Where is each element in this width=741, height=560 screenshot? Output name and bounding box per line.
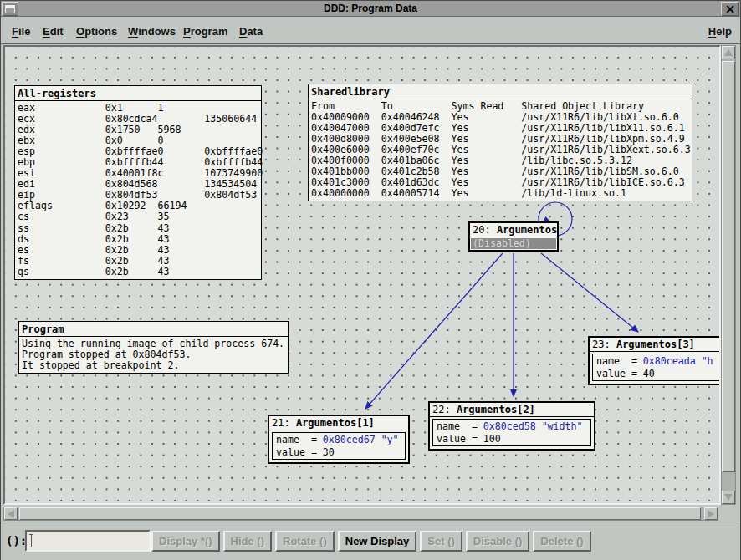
registers-box[interactable]: All-registers eax 0x1 1 ecx 0x80cdca4 13… [14, 85, 262, 280]
display-node-20-title: 20: Argumentos [470, 223, 557, 237]
menu-windows[interactable]: Windows [128, 25, 176, 38]
display-node-21[interactable]: 21: Argumentos[1] name = 0x80ced67 "y" v… [268, 415, 410, 464]
display-node-22-title: 22: Argumentos[2] [430, 403, 594, 417]
set-button[interactable]: Set () [420, 531, 462, 552]
scroll-left-button[interactable] [4, 507, 18, 520]
scroll-left-icon [8, 510, 14, 518]
display-node-20[interactable]: 20: Argumentos (Disabled) [468, 221, 559, 252]
toolbar-buttons: Display *() Hide () Rotate () New Displa… [151, 531, 591, 552]
horizontal-scrollbar[interactable] [3, 507, 718, 521]
menu-file[interactable]: File [12, 25, 30, 38]
sharedlibrary-box[interactable]: Sharedlibrary From To Syms Read Shared O… [308, 84, 692, 201]
menu-edit[interactable]: Edit [43, 25, 64, 38]
vertical-scrollbar-thumb[interactable] [722, 61, 735, 472]
display-button[interactable]: Display *() [151, 531, 220, 552]
menubar: File Edit Options Windows Program Data H… [1, 18, 740, 44]
program-status-text: Using the running image of child process… [19, 337, 288, 373]
field-value[interactable]: value = 40 [596, 368, 719, 380]
menu-data[interactable]: Data [239, 25, 263, 38]
display-node-21-title: 21: Argumentos[1] [269, 416, 408, 430]
ddd-window: DDD: Program Data ✕ File Edit Options Wi… [0, 0, 741, 560]
scroll-up-button[interactable] [722, 46, 735, 59]
disable-button[interactable]: Disable () [466, 531, 530, 552]
display-node-23-title: 23: Argumentos[3] [590, 338, 719, 352]
scroll-up-icon [724, 49, 733, 56]
display-node-22-values: name = 0x80ced58 "width" value = 100 [432, 419, 591, 446]
canvas-frame: All-registers eax 0x1 1 ecx 0x80cdca4 13… [3, 45, 721, 505]
sharedlibrary-table: From To Syms Read Shared Object Library … [309, 99, 692, 201]
field-name[interactable]: name = 0x80ced58 "width" [437, 420, 587, 433]
rotate-button[interactable]: Rotate () [275, 531, 335, 552]
field-name[interactable]: name = 0x80ced67 "y" [276, 434, 401, 446]
program-title: Program [19, 322, 288, 337]
display-node-23[interactable]: 23: Argumentos[3] name = 0x80ceada "h va… [588, 336, 719, 385]
display-node-20-status[interactable]: (Disabled) [471, 238, 556, 249]
data-canvas[interactable]: All-registers eax 0x1 1 ecx 0x80cdca4 13… [5, 47, 719, 503]
scroll-down-icon [724, 494, 733, 501]
titlebar: DDD: Program Data ✕ [1, 1, 740, 17]
scroll-right-button[interactable] [704, 507, 718, 520]
display-node-23-values: name = 0x80ceada "h value = 40 [592, 354, 719, 381]
field-name[interactable]: name = 0x80ceada "h [596, 355, 719, 368]
scroll-right-icon [708, 510, 714, 518]
menu-options[interactable]: Options [76, 25, 117, 38]
delete-button[interactable]: Delete () [533, 531, 590, 552]
argument-label: (): [6, 534, 27, 547]
display-node-22[interactable]: 22: Argumentos[2] name = 0x80ced58 "widt… [428, 401, 595, 451]
program-box[interactable]: Program Using the running image of child… [18, 321, 289, 374]
hide-button[interactable]: Hide () [223, 531, 272, 552]
scroll-down-button[interactable] [722, 491, 735, 504]
display-node-21-values: name = 0x80ced67 "y" value = 30 [272, 432, 406, 460]
field-value[interactable]: value = 30 [276, 446, 401, 459]
argument-toolbar: (): Display *() Hide () Rotate () New Di… [1, 522, 740, 560]
window-title: DDD: Program Data [1, 1, 740, 17]
menu-help[interactable]: Help [708, 25, 732, 38]
argument-input[interactable] [25, 530, 151, 552]
field-value[interactable]: value = 100 [437, 433, 587, 445]
sharedlibrary-title: Sharedlibrary [309, 84, 692, 99]
new-display-button[interactable]: New Display [338, 531, 417, 552]
close-icon: ✕ [725, 3, 735, 15]
text-caret [31, 534, 32, 547]
menu-program[interactable]: Program [183, 25, 227, 38]
close-button[interactable]: ✕ [721, 2, 739, 16]
registers-table: eax 0x1 1 ecx 0x80cdca4 135060644 edx 0x… [15, 101, 261, 279]
registers-title: All-registers [15, 86, 261, 101]
vertical-scrollbar[interactable] [721, 45, 736, 505]
horizontal-scrollbar-thumb[interactable] [19, 507, 701, 520]
